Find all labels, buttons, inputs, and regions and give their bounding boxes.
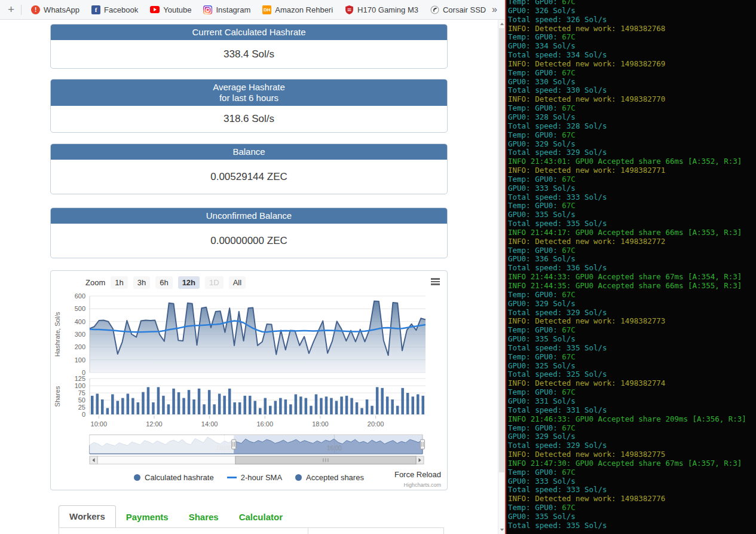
bookmark-instagram[interactable]: Instagram — [200, 4, 254, 16]
zoom-button-1h[interactable]: 1h — [111, 276, 127, 289]
highcharts-credits[interactable]: Highcharts.com — [403, 482, 441, 488]
terminal-line: INFO: Detected new work: 1498382775 — [506, 450, 756, 459]
bookmark-amazon-rehberi[interactable]: DHAmazon Rehberi — [259, 4, 336, 16]
terminal-line: Temp: GPU0: 67C — [506, 104, 756, 113]
terminal-line: GPU0: 330 Sol/s — [506, 78, 756, 87]
panel-current-hashrate-value: 338.4 Sol/s — [51, 40, 447, 68]
terminal-line: INFO 21:47:30: GPU0 Accepted share 67ms … — [506, 459, 756, 468]
terminal-line: GPU0: 329 Sol/s — [506, 300, 756, 309]
legend-2-hour-sma[interactable]: 2-hour SMA — [227, 473, 282, 482]
terminal-line: GPU0: 331 Sol/s — [506, 397, 756, 406]
browser-scrollbar — [498, 20, 505, 534]
terminal-line: INFO: Detected new work: 1498382773 — [506, 317, 756, 326]
whatsapp-icon: ! — [31, 5, 40, 14]
scroll-up-button[interactable] — [498, 20, 505, 28]
zoom-button-6h[interactable]: 6h — [155, 276, 172, 289]
force-reload-link[interactable]: Force Reload — [394, 470, 441, 479]
terminal-line: INFO 21:46:33: GPU0 Accepted share 209ms… — [506, 415, 756, 424]
bookmark-label: Amazon Rehberi — [275, 5, 333, 14]
tab-shares[interactable]: Shares — [179, 506, 229, 527]
terminal-line: INFO 21:44:35: GPU0 Accepted share 66ms … — [506, 282, 756, 291]
scroll-down-icon — [500, 529, 504, 531]
table-column-divider — [308, 528, 308, 534]
terminal-line: INFO: Detected new work: 1498382770 — [506, 95, 756, 104]
svg-text:0: 0 — [82, 411, 85, 418]
tab-workers[interactable]: Workers — [59, 505, 116, 527]
terminal-line: INFO: Detected new work: 1498382776 — [506, 495, 756, 504]
instagram-icon — [203, 5, 212, 14]
svg-text:25: 25 — [78, 404, 85, 411]
navigator-handle-right[interactable] — [421, 440, 425, 449]
screen: + !WhatsAppfFacebookYoutubeInstagramDHAm… — [0, 0, 756, 534]
add-bookmark-icon[interactable]: + — [2, 3, 20, 16]
tab-payments[interactable]: Payments — [116, 506, 179, 527]
zoom-label: Zoom — [85, 278, 105, 287]
bookmark-label: Instagram — [216, 5, 250, 14]
chart-zoom-controls: Zoom 1h3h6h12h1DAll — [85, 276, 246, 289]
youtube-icon — [150, 6, 160, 13]
bookmark-label: Facebook — [104, 5, 138, 14]
panel-unconfirmed-balance-title: Unconfirmed Balance — [51, 208, 447, 224]
scroll-up-icon — [500, 23, 504, 25]
bookmark-corsair-ssd[interactable]: Corsair SSD — [427, 4, 486, 16]
bookmarks-separator — [21, 5, 22, 15]
terminal-line: GPU0: 333 Sol/s — [506, 184, 756, 193]
bookmark-facebook[interactable]: fFacebook — [88, 4, 142, 16]
chart-navigator[interactable]: 08:0016:00 — [90, 435, 425, 454]
zoom-button-all[interactable]: All — [229, 276, 246, 289]
bookmark-h170-gaming-m3[interactable]: H170 Gaming M3 — [341, 4, 422, 16]
bookmark-label: Corsair SSD — [443, 5, 486, 14]
miner-console: Temp: GPU0: 67CGPU0: 326 Sol/sTotal spee… — [505, 0, 756, 534]
zoom-button-3h[interactable]: 3h — [133, 276, 150, 289]
terminal-line: GPU0: 335 Sol/s — [506, 210, 756, 219]
terminal-line: Temp: GPU0: 67C — [506, 33, 756, 42]
svg-text:600: 600 — [75, 292, 85, 300]
page-viewport: Current Calculated Hashrate 338.4 Sol/s … — [0, 20, 505, 534]
chart-scrollbar[interactable] — [90, 456, 424, 464]
terminal-line: GPU0: 334 Sol/s — [506, 42, 756, 51]
bookmarks-overflow-chevron-icon[interactable]: » — [486, 4, 503, 15]
terminal-line: GPU0: 335 Sol/s — [506, 512, 756, 521]
terminal-line: Temp: GPU0: 67C — [506, 131, 756, 140]
facebook-icon: f — [91, 5, 100, 14]
legend-line-marker — [227, 477, 237, 478]
legend-label: Calculated hashrate — [145, 473, 214, 482]
bookmark-youtube[interactable]: Youtube — [146, 4, 195, 16]
scroll-down-button[interactable] — [498, 526, 505, 534]
chart-context-menu-icon[interactable] — [431, 278, 440, 286]
navigator-handle-left[interactable] — [232, 440, 236, 449]
panel-current-hashrate: Current Calculated Hashrate 338.4 Sol/s — [50, 24, 448, 69]
svg-text:200: 200 — [75, 343, 85, 350]
x-axis-labels: 10:0012:0014:0016:0018:0020:00 — [91, 416, 384, 428]
hashrate-area-series — [90, 301, 426, 373]
browser-window: + !WhatsAppfFacebookYoutubeInstagramDHAm… — [0, 0, 505, 534]
dh-icon: DH — [262, 5, 271, 14]
terminal-line: Total speed: 335 Sol/s — [506, 521, 756, 530]
scrollbar-thumb[interactable] — [499, 28, 504, 472]
bookmark-label: Youtube — [163, 5, 191, 14]
svg-text:14:00: 14:00 — [201, 420, 218, 428]
panel-balance-title: Balance — [51, 144, 447, 160]
terminal-line: Temp: GPU0: 67C — [506, 353, 756, 362]
bookmark-label: WhatsApp — [44, 5, 79, 14]
terminal-line: INFO 21:44:33: GPU0 Accepted share 67ms … — [506, 273, 756, 282]
zoom-button-1d: 1D — [205, 276, 224, 289]
terminal-line: Total speed: 331 Sol/s — [506, 406, 756, 415]
terminal-line: Total speed: 330 Sol/s — [506, 86, 756, 95]
terminal-line: Temp: GPU0: 67C — [506, 69, 756, 78]
tab-calculator[interactable]: Calculator — [229, 506, 293, 527]
shares-column-series — [91, 387, 424, 414]
section-tabs: Workers Payments Shares Calculator — [59, 505, 293, 527]
hashrate-chart: 6005004003002001000125100755025010:0012:… — [50, 270, 448, 490]
terminal-line: INFO: Detected new work: 1498382772 — [506, 237, 756, 246]
page-content: Current Calculated Hashrate 338.4 Sol/s … — [0, 20, 498, 534]
svg-text:12:00: 12:00 — [146, 420, 163, 428]
legend-accepted-shares[interactable]: Accepted shares — [295, 473, 364, 482]
legend-calculated-hashrate[interactable]: Calculated hashrate — [134, 473, 214, 482]
zoom-button-12h[interactable]: 12h — [178, 276, 200, 289]
terminal-line: GPU0: 325 Sol/s — [506, 362, 756, 371]
terminal-line: INFO: Detected new work: 1498382771 — [506, 166, 756, 175]
bookmark-whatsapp[interactable]: !WhatsApp — [27, 4, 83, 16]
hashrate-axis-title: Hashrate, Sol/s — [54, 312, 61, 357]
chart-legend: Calculated hashrate2-hour SMAAccepted sh… — [51, 473, 447, 482]
